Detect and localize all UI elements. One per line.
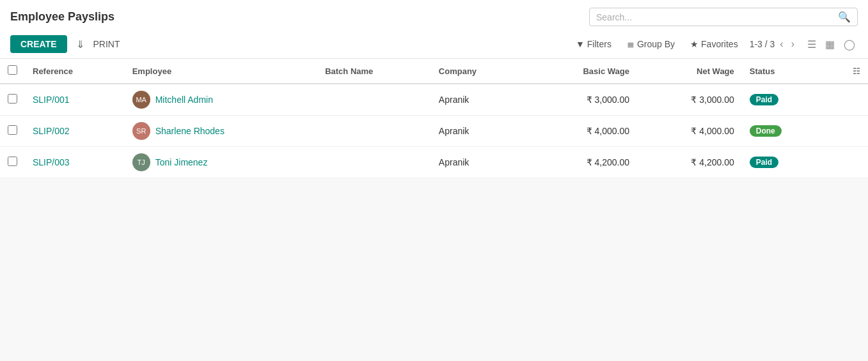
table-header-row: Reference Employee Batch Name Company Ba… <box>0 59 868 84</box>
filters-button[interactable]: ▼ Filters <box>572 36 615 52</box>
col-company: Company <box>431 59 526 84</box>
row-employee: TJ Toni Jimenez <box>125 147 317 178</box>
row-employee: MA Mitchell Admin <box>125 84 317 116</box>
row-reference: SLIP/002 <box>25 116 125 147</box>
page-title: Employee Payslips <box>10 10 114 24</box>
status-badge: Paid <box>750 157 778 168</box>
col-reference: Reference <box>25 59 125 84</box>
print-button[interactable]: PRINT <box>93 39 120 49</box>
status-badge: Done <box>750 125 782 137</box>
row-checkbox-cell <box>0 84 25 116</box>
row-net-wage: ₹ 4,200.00 <box>637 147 742 178</box>
row-batch-name <box>317 147 431 178</box>
list-view-button[interactable]: ☰ <box>805 37 819 52</box>
star-icon: ★ <box>690 39 698 49</box>
groupby-icon: ≣ <box>627 39 635 49</box>
employee-link[interactable]: Toni Jimenez <box>155 157 208 167</box>
row-company: Apranik <box>431 116 526 147</box>
payslips-table: Reference Employee Batch Name Company Ba… <box>0 59 868 178</box>
clock-icon[interactable]: ◯ <box>841 37 858 52</box>
favorites-label: Favorites <box>701 39 738 49</box>
reference-link[interactable]: SLIP/003 <box>33 157 70 167</box>
row-checkbox-cell <box>0 147 25 178</box>
col-employee: Employee <box>125 59 317 84</box>
select-all-col <box>0 59 25 84</box>
table-row: SLIP/002 SR Sharlene Rhodes Apranik ₹ 4,… <box>0 116 868 147</box>
row-basic-wage: ₹ 4,200.00 <box>526 147 637 178</box>
row-extra <box>826 147 868 178</box>
reference-link[interactable]: SLIP/002 <box>33 126 70 136</box>
col-basic-wage: Basic Wage <box>526 59 637 84</box>
favorites-button[interactable]: ★ Favorites <box>686 36 742 52</box>
employee-cell: SR Sharlene Rhodes <box>132 122 310 140</box>
create-button[interactable]: CREATE <box>10 35 67 53</box>
employee-cell: MA Mitchell Admin <box>132 91 310 109</box>
col-net-wage: Net Wage <box>637 59 742 84</box>
row-checkbox[interactable] <box>8 125 17 135</box>
row-batch-name <box>317 84 431 116</box>
search-icon: 🔍 <box>838 11 851 23</box>
row-extra <box>826 84 868 116</box>
employee-link[interactable]: Mitchell Admin <box>155 95 213 105</box>
row-net-wage: ₹ 3,000.00 <box>637 84 742 116</box>
upload-icon[interactable]: ⇓ <box>72 36 88 53</box>
row-net-wage: ₹ 4,000.00 <box>637 116 742 147</box>
next-page-button[interactable]: › <box>789 37 797 51</box>
row-batch-name <box>317 116 431 147</box>
filter-icon: ▼ <box>576 39 585 49</box>
col-batch-name: Batch Name <box>317 59 431 84</box>
groupby-label: Group By <box>637 39 675 49</box>
view-buttons: ☰ ▦ ◯ <box>805 37 858 52</box>
col-adjust[interactable]: ☷ <box>826 59 868 84</box>
kanban-view-button[interactable]: ▦ <box>823 37 837 52</box>
row-reference: SLIP/001 <box>25 84 125 116</box>
table-row: SLIP/003 TJ Toni Jimenez Apranik ₹ 4,200… <box>0 147 868 178</box>
filters-label: Filters <box>587 39 612 49</box>
avatar: MA <box>132 91 150 109</box>
row-company: Apranik <box>431 147 526 178</box>
row-extra <box>826 116 868 147</box>
row-status: Paid <box>742 147 827 178</box>
prev-page-button[interactable]: ‹ <box>777 37 785 51</box>
employee-link[interactable]: Sharlene Rhodes <box>155 126 225 136</box>
row-basic-wage: ₹ 3,000.00 <box>526 84 637 116</box>
pagination: 1-3 / 3 ‹ › <box>750 37 797 51</box>
table-row: SLIP/001 MA Mitchell Admin Apranik ₹ 3,0… <box>0 84 868 116</box>
row-checkbox[interactable] <box>8 94 17 104</box>
employee-cell: TJ Toni Jimenez <box>132 153 310 171</box>
row-employee: SR Sharlene Rhodes <box>125 116 317 147</box>
avatar: SR <box>132 122 150 140</box>
left-actions: CREATE ⇓ PRINT <box>10 35 120 53</box>
right-actions: ▼ Filters ≣ Group By ★ Favorites 1-3 / 3… <box>572 36 858 52</box>
groupby-button[interactable]: ≣ Group By <box>623 36 679 52</box>
pagination-text: 1-3 / 3 <box>750 39 775 49</box>
row-status: Done <box>742 116 827 147</box>
row-checkbox[interactable] <box>8 157 17 166</box>
row-company: Apranik <box>431 84 526 116</box>
reference-link[interactable]: SLIP/001 <box>33 95 70 105</box>
row-basic-wage: ₹ 4,000.00 <box>526 116 637 147</box>
row-checkbox-cell <box>0 116 25 147</box>
search-input[interactable] <box>596 12 838 22</box>
col-status: Status <box>742 59 827 84</box>
table-container: Reference Employee Batch Name Company Ba… <box>0 59 868 178</box>
avatar: TJ <box>132 153 150 171</box>
search-box: 🔍 <box>589 8 858 26</box>
row-status: Paid <box>742 84 827 116</box>
status-badge: Paid <box>750 94 778 105</box>
row-reference: SLIP/003 <box>25 147 125 178</box>
select-all-checkbox[interactable] <box>8 65 17 75</box>
